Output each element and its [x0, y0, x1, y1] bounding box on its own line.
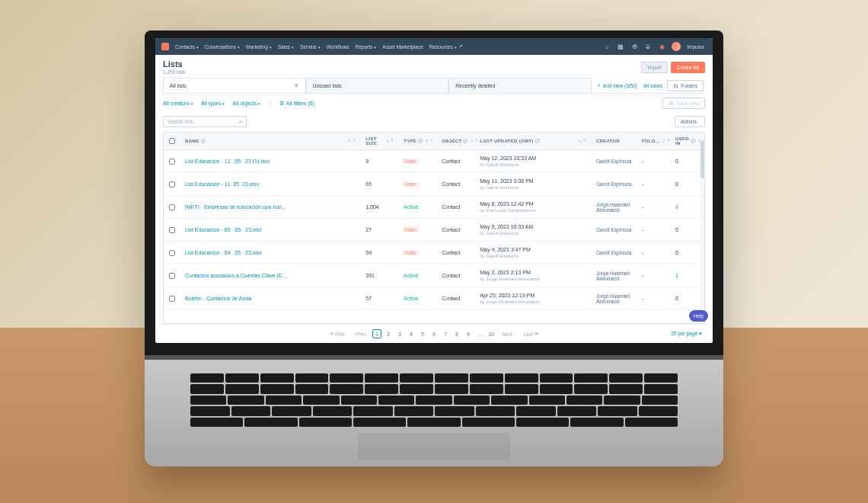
col-updated[interactable]: LAST UPDATED (GMT) ⓘ▲▼	[475, 133, 592, 149]
tab-unused-lists[interactable]: Unused lists	[306, 78, 449, 93]
tab-recently-deleted[interactable]: Recently deleted	[448, 78, 592, 93]
notifications-icon[interactable]: 🕭	[644, 43, 652, 50]
row-checkbox[interactable]	[169, 181, 175, 187]
nav-item-asset-marketplace[interactable]: Asset Marketplace	[382, 43, 423, 50]
help-icon[interactable]: ⓘ	[463, 138, 468, 145]
col-size[interactable]: LIST SIZE▲▼	[361, 133, 399, 149]
search-input[interactable]	[168, 119, 236, 124]
filter-objects[interactable]: All objects	[232, 101, 260, 106]
page-number[interactable]: 4	[407, 329, 416, 338]
folder-cell: -	[637, 150, 671, 172]
scrollbar-thumb[interactable]	[700, 140, 704, 178]
help-icon[interactable]: ⓘ	[418, 138, 423, 145]
folders-button[interactable]: 🗀 Folders	[667, 80, 704, 91]
list-object: Contact	[437, 219, 475, 241]
import-button[interactable]: Import	[641, 62, 667, 73]
list-name-link[interactable]: List Educación - 04_ 05_ 23.xlsx	[185, 250, 262, 255]
settings-icon[interactable]: ⚙	[630, 43, 638, 50]
row-checkbox[interactable]	[169, 227, 175, 233]
account-switcher[interactable]: Impulse	[687, 44, 707, 50]
sort-icon[interactable]: ▲▼	[662, 139, 671, 143]
nav-item-contacts[interactable]: Contacts	[175, 43, 199, 50]
page-number[interactable]: …	[475, 329, 484, 338]
row-checkbox[interactable]	[169, 273, 175, 279]
col-object[interactable]: OBJECT ⓘ▲▼	[437, 133, 475, 149]
row-checkbox[interactable]	[169, 250, 175, 256]
sort-icon[interactable]: ▲▼	[385, 139, 394, 143]
page-number[interactable]: 3	[395, 329, 404, 338]
prev-page-button[interactable]: ‹ Prev	[351, 330, 370, 338]
avatar[interactable]	[672, 42, 681, 51]
nav-item-service[interactable]: Service	[300, 43, 321, 50]
list-name-link[interactable]: [MKT] - Empresas de educación que nun…	[185, 204, 287, 210]
search-icon[interactable]: ⌕	[603, 43, 611, 50]
page-number[interactable]: 6	[429, 329, 439, 338]
row-checkbox[interactable]	[169, 296, 175, 302]
page-number[interactable]: 2	[384, 329, 393, 338]
tab-all-lists[interactable]: All lists ✕	[163, 78, 306, 93]
page-number[interactable]: 9	[464, 329, 473, 338]
save-view-button[interactable]: 🖫 Save view	[662, 98, 705, 109]
list-name-link[interactable]: Boletín - Contactos de Auna	[185, 296, 251, 301]
nav-item-resources[interactable]: Resources ↗	[429, 43, 463, 50]
list-name-link[interactable]: List Educación - 11_ 05_ 23 (1).xlsx	[185, 159, 270, 164]
list-name-link[interactable]: List Educación - 11_05_23.xlsx	[185, 181, 259, 187]
help-icon[interactable]: ⓘ	[201, 138, 206, 145]
list-size: 9	[361, 150, 399, 172]
select-all-checkbox[interactable]	[169, 138, 175, 144]
all-filters-button[interactable]: ☰ All filters (0)	[279, 101, 314, 107]
page-number[interactable]: 8	[452, 329, 461, 338]
col-creator[interactable]: CREATOR	[592, 133, 637, 149]
sort-icon[interactable]: ▲▼	[347, 139, 356, 143]
filter-types[interactable]: All types	[201, 101, 225, 106]
col-type[interactable]: TYPE ⓘ▲▼	[399, 133, 437, 149]
all-views-link[interactable]: All views	[643, 83, 662, 88]
keyboard-deck	[145, 360, 723, 466]
used-in-count[interactable]: 2	[675, 204, 678, 210]
help-icon[interactable]: ⓘ	[535, 138, 540, 145]
page-number[interactable]: 7	[441, 329, 450, 338]
filter-creators[interactable]: All creators	[163, 101, 193, 106]
list-size: 27	[361, 219, 399, 241]
nav-item-workflows[interactable]: Workflows	[327, 43, 349, 50]
list-size: 1,004	[361, 196, 399, 218]
nav-item-sales[interactable]: Sales	[278, 43, 294, 50]
folder-cell: -	[637, 196, 671, 218]
page-number[interactable]: 10	[487, 329, 496, 338]
nav-item-reports[interactable]: Reports	[356, 43, 377, 50]
updated-date: May 2, 2023 2:13 PM	[480, 270, 531, 275]
create-list-button[interactable]: Create list	[671, 62, 705, 73]
col-name[interactable]: NAME ⓘ▲▼	[180, 133, 361, 149]
table-row: List Educación - 05_ 05_ 23.xlsx 27 Stat…	[164, 219, 704, 242]
list-object: Contact	[437, 287, 475, 309]
page-header: Lists 1,250 lists Import Create list	[155, 55, 713, 78]
last-page-button[interactable]: Last ≫	[521, 329, 542, 338]
list-name-link[interactable]: Contactos asociados a Cuentas Clave (E…	[185, 273, 288, 278]
col-usedin[interactable]: USED IN ⓘ▲▼	[671, 133, 704, 149]
creator-name: Garofi Espinoza	[596, 227, 631, 232]
row-checkbox[interactable]	[169, 159, 175, 165]
calendar-icon[interactable]: ▦	[617, 43, 624, 50]
sort-icon[interactable]: ▲▼	[578, 139, 587, 143]
actions-dropdown[interactable]: Actions	[675, 116, 705, 127]
close-icon[interactable]: ✕	[294, 82, 299, 89]
nav-item-marketing[interactable]: Marketing	[246, 43, 272, 50]
hubspot-logo-icon[interactable]	[161, 43, 169, 50]
first-page-button[interactable]: ≪ First	[326, 329, 348, 338]
col-folder[interactable]: FOLD…▲▼	[637, 133, 671, 149]
add-view-button[interactable]: ＋ Add view (3/50)	[596, 82, 639, 89]
sort-icon[interactable]: ▲▼	[424, 139, 433, 143]
per-page-dropdown[interactable]: 25 per page ▾	[671, 331, 702, 337]
page-number[interactable]: 1	[372, 329, 381, 338]
help-icon[interactable]: ⓘ	[691, 138, 695, 145]
top-nav: ContactsConversationsMarketingSalesServi…	[155, 38, 713, 55]
chat-icon[interactable]: ◉	[658, 43, 665, 50]
page-number[interactable]: 5	[418, 329, 427, 338]
search-icon[interactable]: ⌕	[239, 119, 242, 124]
help-button[interactable]: Help	[689, 310, 708, 322]
row-checkbox[interactable]	[169, 204, 175, 210]
list-name-link[interactable]: List Educación - 05_ 05_ 23.xlsx	[185, 227, 262, 232]
nav-item-conversations[interactable]: Conversations	[205, 43, 241, 50]
next-page-button[interactable]: Next ›	[499, 330, 518, 338]
used-in-count[interactable]: 1	[675, 273, 678, 278]
